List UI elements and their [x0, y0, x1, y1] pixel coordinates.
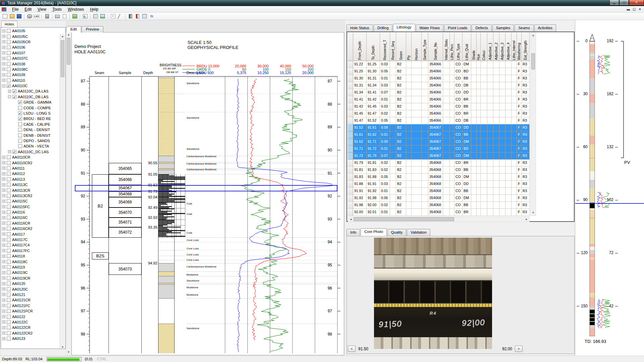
- cell-litho_interrel[interactable]: [512, 160, 517, 167]
- cell-litho_qual[interactable]: BB: [463, 188, 471, 195]
- cell-record_seq[interactable]: [390, 202, 396, 209]
- maximize-button[interactable]: ▢: [619, 0, 629, 5]
- cell-ply[interactable]: [406, 82, 412, 89]
- column-header-litho_qual[interactable]: Litho_Qual: [463, 33, 471, 61]
- cell-ply[interactable]: [406, 103, 412, 110]
- menu-windows[interactable]: Windows: [65, 6, 87, 12]
- cell-sample_no[interactable]: 354067: [428, 145, 443, 153]
- cell-from_depth[interactable]: 91.30: [353, 75, 367, 82]
- cell-weathering[interactable]: F: [517, 61, 522, 68]
- cell-weathering[interactable]: F: [517, 131, 522, 138]
- cell-ply[interactable]: [406, 153, 412, 160]
- cell-seam[interactable]: B2: [396, 153, 406, 160]
- cell-sample_no[interactable]: 354067: [428, 153, 443, 160]
- cell-litho_interrel[interactable]: [512, 188, 517, 195]
- cell-adjective_2[interactable]: [493, 96, 499, 103]
- cell-shade[interactable]: [471, 68, 477, 75]
- cell-from_depth[interactable]: 91.62: [353, 138, 367, 145]
- tree-checkbox[interactable]: [7, 56, 11, 60]
- cell-litho_perc[interactable]: [450, 138, 454, 145]
- cell-from_depth[interactable]: 91.61: [353, 131, 367, 138]
- cell-to_depth[interactable]: 92.00: [367, 202, 380, 209]
- cell-sample_type[interactable]: [422, 61, 428, 68]
- cell-horizon[interactable]: [412, 75, 422, 82]
- cell-litho_type[interactable]: CO: [454, 138, 463, 145]
- cell-recovered_t[interactable]: 0.01: [380, 96, 390, 103]
- cell-recovered_t[interactable]: 0.02: [380, 110, 390, 117]
- tree-checkbox[interactable]: [7, 194, 11, 198]
- cell-sample_type[interactable]: [422, 89, 428, 96]
- tree-checkbox[interactable]: [7, 276, 11, 280]
- cell-litho_perc[interactable]: [450, 195, 454, 202]
- tree-expander-icon[interactable]: +: [8, 150, 11, 153]
- cell-record_seq[interactable]: [390, 138, 396, 145]
- cell-hue[interactable]: [477, 103, 481, 110]
- row-header-cell[interactable]: [348, 110, 353, 117]
- cell-hue[interactable]: [477, 160, 481, 167]
- row-header-cell[interactable]: [348, 75, 353, 82]
- column-header-adjective_1[interactable]: Adjective_1: [487, 33, 493, 61]
- tab-point-loads[interactable]: Point Loads: [444, 24, 471, 32]
- cell-hue[interactable]: [477, 188, 481, 195]
- sample-box-354070[interactable]: 354070: [109, 207, 142, 218]
- cell-litho_interrel[interactable]: [512, 145, 517, 153]
- profile-tool-button[interactable]: [110, 13, 116, 19]
- tree-item-aa0113c[interactable]: +AA0113C: [1, 182, 60, 187]
- scrollbar-thumb[interactable]: [354, 217, 454, 221]
- tree-item-aa0122cr2[interactable]: +AA0122CR2: [1, 330, 60, 336]
- row-header-cell[interactable]: [348, 195, 353, 202]
- cell-horizon[interactable]: [412, 153, 422, 160]
- cell-sample_no[interactable]: 354066: [428, 110, 443, 117]
- tree-item-aa0110c[interactable]: −✓AA0110C: [1, 83, 60, 88]
- cell-ply[interactable]: [406, 202, 412, 209]
- open-folder-button[interactable]: [9, 13, 15, 19]
- tree-checkbox[interactable]: ✓: [18, 117, 22, 121]
- menu-help[interactable]: Help: [87, 6, 102, 12]
- cell-est_strength[interactable]: R3: [522, 145, 530, 153]
- tree-item-aa0122cr[interactable]: +AA0122CR: [1, 325, 60, 330]
- cell-adjective_3[interactable]: [499, 145, 505, 153]
- cell-adjective_3[interactable]: [499, 82, 505, 89]
- cell-recovered_t[interactable]: 0.01: [380, 209, 390, 216]
- cell-litho_qual[interactable]: BB: [463, 202, 471, 209]
- scroll-left-icon[interactable]: ◄: [348, 217, 354, 222]
- cell-shade[interactable]: [471, 124, 477, 131]
- cell-adjective_2[interactable]: [493, 75, 499, 82]
- cell-adjective_2[interactable]: [493, 68, 499, 75]
- table-row[interactable]: 91.4191.420.01B2354066COBRFR3: [348, 96, 530, 103]
- cell-litho_type[interactable]: CO: [454, 167, 463, 174]
- cell-sample_type[interactable]: [422, 131, 428, 138]
- tree-item-aa0121fc[interactable]: +AA0121FC: [1, 303, 60, 308]
- cell-hue[interactable]: [477, 138, 481, 145]
- cell-from_depth[interactable]: 91.42: [353, 103, 367, 110]
- tree-checkbox[interactable]: [7, 161, 11, 165]
- cell-weathering[interactable]: F: [517, 103, 522, 110]
- cell-litho_interrel[interactable]: [512, 209, 517, 216]
- cell-est_strength[interactable]: R3: [522, 82, 530, 89]
- table-row[interactable]: 91.7191.720.01B2354067COBDFR3: [348, 145, 530, 153]
- cell-litho_perc[interactable]: [450, 68, 454, 75]
- cell-adjective_1[interactable]: [487, 167, 493, 174]
- column-header-sample_type[interactable]: Sample_Type: [422, 33, 428, 61]
- cell-sample_no[interactable]: 354066: [428, 117, 443, 124]
- cell-adjective_1[interactable]: [487, 110, 493, 117]
- report-view-button[interactable]: [72, 13, 78, 19]
- cell-sample_type[interactable]: [422, 160, 428, 167]
- column-header-litho_type[interactable]: Litho_Type: [454, 33, 463, 61]
- cell-sample_type[interactable]: [422, 103, 428, 110]
- cell-litho_type[interactable]: CO: [454, 202, 463, 209]
- cell-recovered_t[interactable]: 0.02: [380, 167, 390, 174]
- cell-shade[interactable]: [471, 174, 477, 181]
- tree-expander-icon[interactable]: +: [2, 178, 5, 181]
- tree-checkbox[interactable]: [7, 337, 11, 341]
- cell-interval_statu[interactable]: [443, 68, 450, 75]
- cell-hue[interactable]: [477, 117, 481, 124]
- cell-litho_perc[interactable]: [450, 124, 454, 131]
- cell-to_depth[interactable]: 91.91: [367, 181, 380, 188]
- cell-litho_type[interactable]: CO: [454, 82, 463, 89]
- cell-adjective_3[interactable]: [499, 138, 505, 145]
- tab-core-photo[interactable]: Core Photo: [361, 228, 387, 236]
- tree-expander-icon[interactable]: +: [2, 304, 5, 307]
- cell-to_depth[interactable]: 91.62: [367, 131, 380, 138]
- tree-checkbox[interactable]: [7, 40, 11, 44]
